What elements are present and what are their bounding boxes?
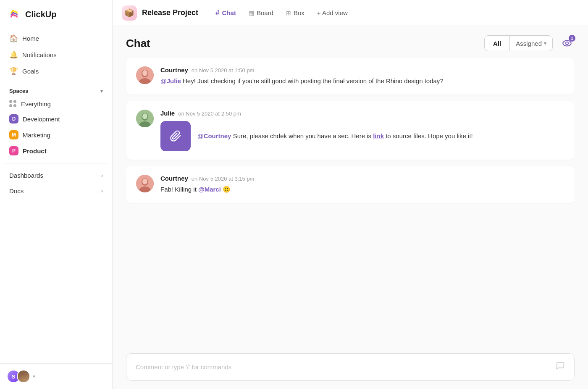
spaces-label: Spaces — [9, 88, 29, 94]
logo[interactable]: ClickUp — [0, 0, 112, 29]
sidebar-nav: 🏠 Home 🔔 Notifications 🏆 Goals — [0, 29, 112, 81]
message-2-attachment-row: @Courtney Sure, please chdek when you ha… — [160, 121, 564, 151]
comment-input-area[interactable]: Comment or type '/' for commands — [126, 353, 575, 381]
message-2-meta: Julie on Nov 5 2020 at 2:50 pm — [160, 110, 564, 117]
tab-chat[interactable]: # Chat — [210, 5, 241, 21]
sidebar-item-product[interactable]: P Product — [4, 143, 108, 159]
add-view-button[interactable]: + Add view — [312, 6, 353, 20]
sidebar: ClickUp 🏠 Home 🔔 Notifications 🏆 Goals S… — [0, 0, 113, 389]
avatar-courtney-1 — [136, 66, 154, 84]
board-icon: ▦ — [249, 10, 254, 16]
message-2-author: Julie — [160, 110, 175, 117]
avatar-courtney-3 — [136, 175, 154, 192]
product-badge: P — [9, 146, 18, 155]
avatar-julie — [136, 110, 154, 127]
sidebar-item-product-label: Product — [23, 147, 47, 155]
sidebar-item-development[interactable]: D Development — [4, 111, 108, 127]
source-link[interactable]: link — [373, 132, 384, 139]
user-menu-chevron[interactable]: ▾ — [33, 373, 35, 379]
tab-board-label: Board — [257, 9, 273, 16]
development-badge: D — [9, 114, 18, 124]
comment-bubble-icon — [556, 361, 565, 373]
message-1-time: on Nov 5 2020 at 1:50 pm — [192, 67, 255, 74]
message-3: Courtney on Nov 5 2020 at 3:15 pm Fab! K… — [126, 166, 575, 203]
paperclip-icon — [170, 130, 181, 142]
messages-list: Courtney on Nov 5 2020 at 1:50 pm @Julie… — [113, 58, 588, 347]
svg-point-6 — [142, 70, 147, 76]
message-2-text-1: Sure, please chdek when you have a sec. … — [233, 132, 373, 139]
sidebar-divider — [4, 163, 108, 163]
mention-julie[interactable]: @Julie — [160, 77, 181, 84]
sidebar-item-goals-label: Goals — [22, 68, 39, 75]
chat-title: Chat — [126, 37, 150, 50]
svg-point-10 — [142, 113, 147, 119]
sidebar-item-home[interactable]: 🏠 Home — [4, 30, 108, 47]
sidebar-item-marketing-label: Marketing — [23, 131, 50, 139]
sidebar-item-home-label: Home — [22, 35, 39, 42]
message-1-text: @Julie Hey! Just checking if you're stil… — [160, 76, 564, 86]
topbar: 📦 Release Project # Chat ▦ Board ⊞ Box +… — [113, 0, 588, 26]
message-1-text-body: Hey! Just checking if you're still good … — [183, 77, 444, 84]
dashboards-chevron-icon: › — [101, 172, 103, 179]
tab-chat-label: Chat — [222, 9, 236, 16]
message-3-text-1: Fab! Killing it — [160, 186, 198, 193]
sidebar-item-goals[interactable]: 🏆 Goals — [4, 63, 108, 79]
box-icon: ⊞ — [286, 10, 291, 16]
marketing-badge: M — [9, 130, 18, 139]
message-3-meta: Courtney on Nov 5 2020 at 3:15 pm — [160, 175, 564, 182]
courtney-avatar-img-3 — [136, 175, 154, 192]
message-2-body: Julie on Nov 5 2020 at 2:50 pm @Courtney… — [160, 110, 564, 151]
sidebar-item-docs[interactable]: Docs › — [0, 183, 112, 199]
chat-area: Chat All Assigned ▾ 1 — [113, 26, 588, 389]
avatar-face — [18, 371, 29, 382]
message-2-text: @Courtney Sure, please chdek when you ha… — [197, 131, 473, 141]
mention-marci[interactable]: @Marci — [198, 186, 221, 193]
svg-point-14 — [142, 179, 147, 184]
sidebar-item-development-label: Development — [23, 116, 60, 123]
trophy-icon: 🏆 — [9, 67, 18, 76]
attachment-thumb[interactable] — [160, 121, 191, 151]
filter-assigned-button[interactable]: Assigned ▾ — [510, 37, 552, 50]
julie-avatar-img — [136, 110, 154, 127]
filter-all-button[interactable]: All — [485, 37, 509, 50]
sidebar-item-docs-label: Docs — [9, 187, 24, 194]
docs-chevron-icon: › — [101, 188, 103, 194]
comment-placeholder: Comment or type '/' for commands — [136, 363, 231, 371]
message-3-text: Fab! Killing it @Marci 🙂 — [160, 184, 564, 194]
filter-assigned-label: Assigned — [516, 40, 542, 47]
courtney-avatar-img — [136, 66, 154, 84]
watch-button[interactable]: 1 — [559, 36, 575, 51]
sidebar-item-marketing[interactable]: M Marketing — [4, 127, 108, 143]
sidebar-footer: S ▾ — [0, 363, 112, 389]
chat-header: Chat All Assigned ▾ 1 — [113, 26, 588, 58]
everything-grid-icon — [9, 100, 17, 108]
clickup-logo-icon — [8, 8, 22, 21]
add-view-label: + Add view — [317, 9, 348, 16]
sidebar-item-notifications-label: Notifications — [22, 51, 57, 58]
filter-group: All Assigned ▾ — [484, 35, 553, 51]
avatar-stack: S — [7, 370, 30, 383]
spaces-collapse-icon[interactable]: ▾ — [100, 88, 103, 94]
speech-bubble-icon — [556, 361, 565, 371]
message-1: Courtney on Nov 5 2020 at 1:50 pm @Julie… — [126, 58, 575, 95]
sidebar-item-notifications[interactable]: 🔔 Notifications — [4, 47, 108, 63]
home-icon: 🏠 — [9, 34, 18, 43]
svg-point-2 — [566, 42, 569, 45]
tab-box[interactable]: ⊞ Box — [281, 6, 310, 20]
tab-box-label: Box — [294, 9, 304, 16]
message-2-text-2: to source files. Hope you like it! — [386, 132, 473, 139]
message-3-time: on Nov 5 2020 at 3:15 pm — [192, 176, 255, 182]
sidebar-item-everything[interactable]: Everything — [4, 97, 108, 111]
mention-courtney[interactable]: @Courtney — [197, 132, 231, 139]
message-1-author: Courtney — [160, 66, 188, 74]
sidebar-item-everything-label: Everything — [21, 100, 51, 108]
project-icon: 📦 — [122, 5, 137, 21]
sidebar-item-dashboards[interactable]: Dashboards › — [0, 168, 112, 183]
topbar-divider — [206, 8, 206, 18]
filter-chevron-icon: ▾ — [544, 40, 546, 46]
watch-count-badge: 1 — [569, 35, 575, 42]
avatar-img — [17, 370, 30, 383]
tab-board[interactable]: ▦ Board — [244, 6, 278, 20]
logo-text: ClickUp — [25, 10, 56, 19]
chat-hash-icon: # — [215, 9, 219, 17]
